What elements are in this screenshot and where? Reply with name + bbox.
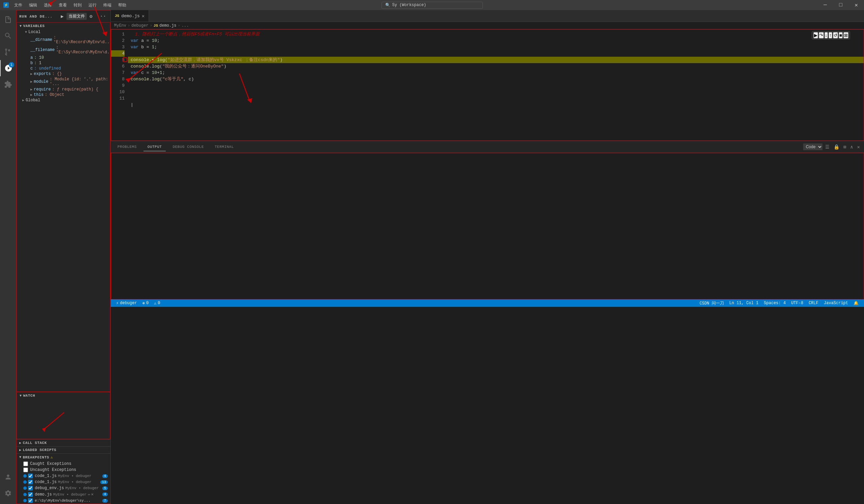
status-csdn[interactable]: CSDN 问一刀 — [697, 300, 727, 306]
var-dirname[interactable]: __dirname : 'E:\Sy\Record\MyEnv\d...' — [20, 35, 110, 45]
caught-exceptions-checkbox[interactable] — [23, 461, 28, 466]
code-container: 1 2 3 4 5 6 7 8 9 10 11 1、随机打上一个断点，然后按F5… — [111, 30, 864, 141]
menu-help[interactable]: 帮助 — [116, 2, 129, 8]
tab-terminal[interactable]: TERMINAL — [211, 143, 238, 151]
tab-demo-js[interactable]: JS demo.js ✕ — [111, 10, 149, 22]
activity-extensions[interactable] — [0, 76, 16, 93]
bp-debug-env[interactable]: debug_env.js MyEnv • debuger 5 — [16, 485, 110, 491]
stop-button[interactable]: ■ — [839, 32, 843, 38]
var-this[interactable]: ▶ this : Object — [20, 92, 110, 98]
bp-checkbox-demo[interactable] — [28, 492, 33, 497]
watch-panel: ▼ WATCH — [16, 392, 110, 439]
close-button[interactable]: ✕ — [849, 0, 864, 10]
panel-lock-icon[interactable]: 🔒 — [832, 143, 841, 151]
status-language[interactable]: JavaScript — [821, 300, 851, 306]
disconnect-button[interactable]: ⊠ — [843, 32, 849, 38]
panel-area: PROBLEMS OUTPUT DEBUG CONSOLE TERMINAL C… — [111, 141, 864, 299]
var-a[interactable]: a : 10 — [20, 55, 110, 60]
dropdown-button[interactable]: 当前文件 — [67, 13, 87, 20]
minimize-button[interactable]: ─ — [817, 0, 833, 10]
panel-split-icon[interactable]: ⊞ — [842, 143, 848, 151]
bp-checkbox-code1-1[interactable] — [28, 473, 33, 478]
status-bell[interactable]: 🔔 — [851, 300, 861, 306]
bp-checkbox-code1-2[interactable] — [28, 480, 33, 484]
breadcrumb-file[interactable]: JS demo.js — [154, 23, 177, 28]
code-line-7: console.log("c等于几", c) — [128, 76, 864, 82]
breadcrumb-myenv[interactable]: MyEnv — [114, 23, 126, 28]
status-spaces[interactable]: Spaces: 4 — [761, 300, 788, 306]
maximize-button[interactable]: □ — [833, 0, 849, 10]
step-over-button[interactable]: ↷ — [819, 32, 824, 38]
status-encoding[interactable]: UTF-8 — [788, 300, 806, 306]
status-debug[interactable]: ⚡ debuger — [113, 301, 140, 306]
activity-source-control[interactable] — [0, 44, 16, 60]
menu-goto[interactable]: 转到 — [71, 2, 84, 8]
var-filename[interactable]: __filename : 'E:\Sy\Record\MyEnv\d...' — [20, 45, 110, 55]
tab-problems[interactable]: PROBLEMS — [113, 143, 141, 151]
output-source-select[interactable]: Code — [803, 143, 823, 150]
menu-run[interactable]: 运行 — [86, 2, 99, 8]
var-b[interactable]: b : 1 — [20, 60, 110, 66]
bp-checkbox-debug-env[interactable] — [28, 486, 33, 491]
activity-account[interactable] — [0, 469, 16, 485]
status-warnings[interactable]: ⚠ 0 — [151, 301, 163, 306]
breadcrumb-more[interactable]: ... — [182, 23, 189, 28]
status-cursor[interactable]: Ln 11, Col 1 — [727, 300, 761, 306]
panel-minimize-icon[interactable]: ∧ — [849, 143, 854, 151]
bp-edit-icon[interactable]: ✏ — [88, 492, 90, 497]
activity-run-debug[interactable]: 1 — [0, 60, 16, 76]
menu-file[interactable]: 文件 — [11, 2, 25, 8]
activity-settings[interactable] — [0, 485, 16, 501]
more-actions-icon[interactable]: ··· — [96, 13, 108, 20]
var-c[interactable]: c : undefined — [20, 66, 110, 71]
panel-list-icon[interactable]: ☰ — [824, 143, 831, 151]
activity-explorer[interactable] — [0, 11, 16, 28]
breakpoints-header[interactable]: ▼ BREAKPOINTS ⚠ — [16, 454, 110, 461]
breadcrumb-debuger[interactable]: debuger — [131, 23, 148, 28]
bp-sy[interactable]: e:\Sy\MyEnv\debuger\sy... 7 — [16, 497, 110, 504]
menu-edit[interactable]: 编辑 — [26, 2, 40, 8]
tab-output[interactable]: OUTPUT — [144, 143, 166, 151]
activity-search[interactable] — [0, 28, 16, 44]
menu-selection[interactable]: 选择 — [41, 2, 55, 8]
bp-remove-icon[interactable]: ✕ — [91, 492, 94, 497]
bp-demo[interactable]: demo.js MyEnv • debuger ✏ ✕ 4 — [16, 491, 110, 497]
status-eol[interactable]: CRLF — [806, 300, 821, 306]
variables-section-header[interactable]: ▼ VARIABLES — [17, 23, 110, 29]
step-into-button[interactable]: ↓ — [825, 32, 828, 38]
var-exports[interactable]: ▶ exports : {} — [20, 71, 110, 77]
var-require[interactable]: ▶ require : ƒ require(path) { — [20, 87, 110, 92]
menu-view[interactable]: 查看 — [56, 2, 70, 8]
loaded-scripts-header[interactable]: ▶ LOADED SCRIPTS — [16, 446, 110, 453]
panel-content[interactable] — [111, 153, 864, 299]
var-module[interactable]: ▶ module : Module {id: '.', path: '... — [20, 77, 110, 87]
continue-button[interactable]: ▶ — [813, 32, 818, 38]
callstack-header[interactable]: ▶ CALL STACK — [16, 439, 110, 446]
panel-tab-icons: Code ☰ 🔒 ⊞ ∧ ✕ — [803, 143, 861, 151]
local-group-header[interactable]: ▼ Local — [20, 29, 110, 35]
restart-button[interactable]: ↺ — [833, 32, 838, 38]
run-button[interactable]: ▶ — [59, 13, 65, 20]
search-bar[interactable]: 🔍 Sy (Workspace) — [382, 2, 483, 9]
bp-code1-2[interactable]: code_1.js MyEnv • debuger 13 — [16, 479, 110, 485]
bp-checkbox-sy[interactable] — [28, 498, 33, 503]
panel-tab-bar: PROBLEMS OUTPUT DEBUG CONSOLE TERMINAL C… — [111, 141, 864, 153]
bp-dot-code1-2 — [23, 480, 27, 484]
uncaught-exceptions-checkbox[interactable] — [23, 468, 28, 472]
settings-gear-icon[interactable]: ⚙ — [88, 13, 94, 20]
variables-title: VARIABLES — [23, 24, 45, 28]
tab-close-button[interactable]: ✕ — [142, 13, 144, 19]
editor-area[interactable]: ▶ ↷ ↓ ↑ ↺ ■ ⊠ 1 2 — [111, 29, 864, 141]
global-group-header[interactable]: ▶ Global — [17, 98, 110, 103]
code-lines[interactable]: 1、随机打上一个断点，然后按F5或者Fn+F5 可以出现当前界面 var a =… — [128, 30, 864, 141]
status-errors[interactable]: ⊗ 0 — [140, 301, 151, 306]
bp-location-demo: MyEnv • debuger — [53, 493, 86, 496]
line-num-10: 10 — [111, 89, 124, 95]
watch-section-header[interactable]: ▼ WATCH — [17, 392, 110, 399]
step-out-button[interactable]: ↑ — [829, 32, 832, 38]
bp-code1-1[interactable]: code_1.js MyEnv • debuger 4 — [16, 473, 110, 479]
panel-close-icon[interactable]: ✕ — [856, 143, 861, 151]
menu-terminal[interactable]: 终端 — [100, 2, 114, 8]
tab-debug-console[interactable]: DEBUG CONSOLE — [168, 143, 208, 151]
error-count: 0 — [146, 301, 148, 305]
